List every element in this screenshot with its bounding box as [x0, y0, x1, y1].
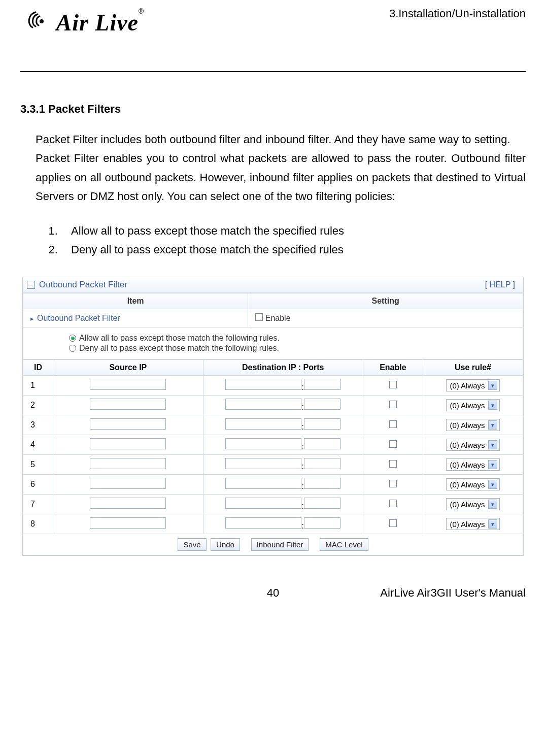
outbound-filter-panel: − Outbound Packet Filter [ HELP ] Item S… — [22, 277, 524, 556]
row-id: 1 — [23, 376, 53, 396]
dest-port-input[interactable] — [304, 418, 340, 430]
chevron-down-icon: ▾ — [488, 480, 497, 489]
table-row: 5:(0) Always▾ — [23, 455, 523, 475]
table-row: 2:(0) Always▾ — [23, 396, 523, 415]
row-enable-checkbox[interactable] — [389, 401, 397, 408]
col-item: Item — [23, 293, 248, 309]
row-enable-checkbox[interactable] — [389, 440, 397, 448]
dest-ip-input[interactable] — [225, 498, 301, 509]
row-id: 3 — [23, 415, 53, 435]
mac-level-button[interactable]: MAC Level — [320, 538, 368, 551]
dest-port-input[interactable] — [304, 399, 340, 410]
intro-paragraph-1: Packet Filter includes both outbound fil… — [36, 130, 526, 149]
dest-ip-input[interactable] — [225, 438, 301, 449]
use-rule-select[interactable]: (0) Always▾ — [446, 399, 499, 411]
row-id: 2 — [23, 396, 53, 415]
logo-text: Air Live — [56, 10, 139, 36]
dest-ip-input[interactable] — [225, 399, 301, 410]
enable-checkbox[interactable] — [255, 313, 263, 321]
use-rule-select[interactable]: (0) Always▾ — [446, 439, 499, 451]
table-row: 1:(0) Always▾ — [23, 376, 523, 396]
use-rule-select[interactable]: (0) Always▾ — [446, 478, 499, 490]
policy-item-2: Deny all to pass except those match the … — [61, 240, 526, 259]
dest-port-input[interactable] — [304, 458, 340, 469]
dest-ip-input[interactable] — [225, 379, 301, 390]
chevron-down-icon: ▾ — [488, 460, 497, 469]
row-enable-checkbox[interactable] — [389, 381, 397, 388]
radio-deny-label: Deny all to pass except those match the … — [79, 344, 279, 353]
col-dest-ip-ports: Destination IP : Ports — [203, 360, 363, 376]
policy-list: Allow all to pass except those match the… — [61, 221, 526, 259]
dest-port-input[interactable] — [304, 517, 340, 529]
row-enable-checkbox[interactable] — [389, 519, 397, 527]
use-rule-value: (0) Always — [450, 480, 485, 489]
table-row: 4:(0) Always▾ — [23, 435, 523, 455]
dest-port-input[interactable] — [304, 379, 340, 390]
source-ip-input[interactable] — [90, 498, 166, 509]
inbound-filter-button[interactable]: Inbound Filter — [251, 538, 309, 551]
radio-deny[interactable] — [69, 345, 76, 352]
row-id: 4 — [23, 435, 53, 455]
page-number: 40 — [189, 586, 357, 600]
breadcrumb: 3.Installation/Un-installation — [389, 7, 526, 20]
section-heading: 3.3.1 Packet Filters — [20, 103, 526, 116]
radio-allow[interactable] — [69, 335, 76, 342]
use-rule-value: (0) Always — [450, 401, 485, 410]
table-row: 6:(0) Always▾ — [23, 475, 523, 495]
source-ip-input[interactable] — [90, 458, 166, 469]
dest-port-input[interactable] — [304, 438, 340, 449]
use-rule-select[interactable]: (0) Always▾ — [446, 458, 499, 471]
use-rule-select[interactable]: (0) Always▾ — [446, 379, 499, 391]
row-id: 6 — [23, 475, 53, 495]
panel-title: Outbound Packet Filter — [39, 280, 127, 290]
row-id: 7 — [23, 495, 53, 514]
use-rule-value: (0) Always — [450, 500, 485, 509]
dest-ip-input[interactable] — [225, 517, 301, 529]
manual-title: AirLive Air3GII User's Manual — [357, 586, 526, 600]
undo-button[interactable]: Undo — [211, 538, 240, 551]
row-enable-checkbox[interactable] — [389, 500, 397, 507]
col-source-ip: Source IP — [53, 360, 203, 376]
source-ip-input[interactable] — [90, 379, 166, 390]
col-setting: Setting — [248, 293, 523, 309]
chevron-down-icon: ▾ — [488, 440, 497, 449]
source-ip-input[interactable] — [90, 517, 166, 529]
save-button[interactable]: Save — [178, 538, 206, 551]
source-ip-input[interactable] — [90, 478, 166, 489]
collapse-icon[interactable]: − — [27, 281, 35, 289]
row-enable-checkbox[interactable] — [389, 460, 397, 468]
chevron-down-icon: ▾ — [488, 420, 497, 430]
dest-port-input[interactable] — [304, 478, 340, 489]
col-id: ID — [23, 360, 53, 376]
table-row: 8:(0) Always▾ — [23, 514, 523, 534]
row-enable-checkbox[interactable] — [389, 420, 397, 428]
source-ip-input[interactable] — [90, 399, 166, 410]
use-rule-select[interactable]: (0) Always▾ — [446, 498, 499, 510]
registered-icon: ® — [139, 7, 144, 15]
dest-ip-input[interactable] — [225, 418, 301, 430]
policy-item-1: Allow all to pass except those match the… — [61, 221, 526, 240]
logo: Air Live® — [20, 7, 162, 36]
col-enable: Enable — [363, 360, 423, 376]
use-rule-select[interactable]: (0) Always▾ — [446, 419, 499, 431]
dest-ip-input[interactable] — [225, 478, 301, 489]
enable-label: Enable — [265, 314, 291, 322]
table-row: 3:(0) Always▾ — [23, 415, 523, 435]
row-id: 5 — [23, 455, 53, 475]
radio-allow-label: Allow all to pass except those match the… — [79, 334, 280, 343]
dest-port-input[interactable] — [304, 498, 340, 509]
chevron-down-icon: ▾ — [488, 500, 497, 509]
row-enable-checkbox[interactable] — [389, 480, 397, 487]
col-use-rule: Use rule# — [423, 360, 523, 376]
help-link[interactable]: [ HELP ] — [485, 280, 515, 289]
wave-icon — [20, 7, 54, 32]
source-ip-input[interactable] — [90, 418, 166, 430]
use-rule-select[interactable]: (0) Always▾ — [446, 518, 499, 530]
marker-icon: ▸ — [30, 315, 34, 322]
chevron-down-icon: ▾ — [488, 381, 497, 390]
svg-point-0 — [40, 19, 44, 23]
source-ip-input[interactable] — [90, 438, 166, 449]
chevron-down-icon: ▾ — [488, 401, 497, 410]
dest-ip-input[interactable] — [225, 458, 301, 469]
use-rule-value: (0) Always — [450, 461, 485, 469]
